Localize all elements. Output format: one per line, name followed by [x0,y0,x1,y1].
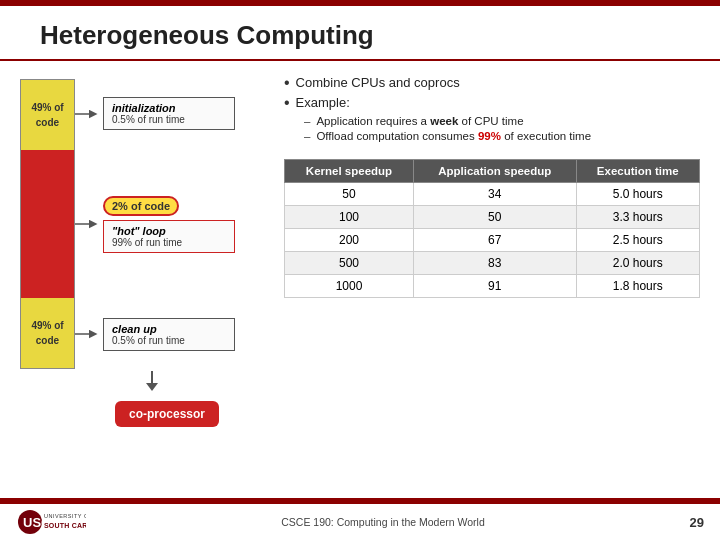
svg-text:SOUTH CAROLINA.: SOUTH CAROLINA. [44,522,86,529]
cell-4-2: 1.8 hours [576,275,699,298]
bottom-sub-label: clean up [112,323,226,335]
coproc-area: co-processor [85,371,219,427]
hot-label-box: "hot" loop 99% of run time [103,220,235,253]
speedup-table: Kernel speedup Application speedup Execu… [284,159,700,298]
week-highlight: week [430,115,458,127]
table-row: 200672.5 hours [285,229,700,252]
sub-bullet-1-text: Application requires a week of CPU time [316,115,523,127]
hot-section: 2% of code "hot" loop 99% of run time [103,196,235,253]
cell-3-1: 83 [414,252,577,275]
cell-3-2: 2.0 hours [576,252,699,275]
cell-1-0: 100 [285,206,414,229]
table-row: 1000911.8 hours [285,275,700,298]
table-row: 100503.3 hours [285,206,700,229]
sub-bullet-2-text: Offload computation consumes 99% of exec… [316,130,591,142]
sub-bullet-2: – Offload computation consumes 99% of ex… [304,130,700,142]
bottom-code-label1: 49% of [29,318,65,333]
hot-bar [21,150,74,298]
cell-0-1: 34 [414,183,577,206]
th-kernel: Kernel speedup [285,160,414,183]
cell-4-0: 1000 [285,275,414,298]
cell-0-0: 50 [285,183,414,206]
th-time: Execution time [576,160,699,183]
bullet-1: • Combine CPUs and coprocs [284,75,700,91]
bullet-2-text: Example: [296,95,350,110]
code-bar: 49% of code 49% of code [20,79,75,369]
svg-text:UNIVERSITY OF: UNIVERSITY OF [44,513,86,519]
down-arrow-svg [142,371,162,391]
top-code-label1: 49% of [29,100,65,115]
cell-1-1: 50 [414,206,577,229]
bullet-dot-1: • [284,75,290,91]
content-area: 49% of code 49% of code [0,61,720,501]
usc-logo-svg: USC UNIVERSITY OF SOUTH CAROLINA. [16,508,86,536]
top-sub-label: initialization [112,102,226,114]
footer-logo-area: USC UNIVERSITY OF SOUTH CAROLINA. [16,508,86,536]
hot-badge: 2% of code [103,196,179,216]
footer-page-number: 29 [680,515,704,530]
bullet-dot-2: • [284,95,290,111]
bullet-1-text: Combine CPUs and coprocs [296,75,460,90]
hot-sub-label: "hot" loop [112,225,226,237]
slide: Heterogeneous Computing 49% of code [0,0,720,540]
sub-bullets: – Application requires a week of CPU tim… [304,115,700,142]
bar-top: 49% of code [21,80,74,150]
hot-runtime-label: 99% of run time [112,237,226,248]
bottom-runtime-label: 0.5% of run time [112,335,226,346]
slide-title: Heterogeneous Computing [40,20,374,50]
footer: USC UNIVERSITY OF SOUTH CAROLINA. CSCE 1… [0,504,720,540]
sub-bullet-1: – Application requires a week of CPU tim… [304,115,700,127]
bullet-2: • Example: [284,95,700,111]
top-runtime-label: 0.5% of run time [112,114,226,125]
cell-2-2: 2.5 hours [576,229,699,252]
right-section: • Combine CPUs and coprocs • Example: – … [270,75,700,491]
bar-bottom: 49% of code [21,298,74,368]
th-app: Application speedup [414,160,577,183]
footer-course-text: CSCE 190: Computing in the Modern World [86,516,680,528]
cell-0-2: 5.0 hours [576,183,699,206]
99pct-highlight: 99% [478,130,501,142]
cell-2-1: 67 [414,229,577,252]
cell-3-0: 500 [285,252,414,275]
svg-marker-4 [146,383,158,391]
bottom-label-box: clean up 0.5% of run time [103,318,235,351]
co-processor-box: co-processor [115,401,219,427]
bullets-section: • Combine CPUs and coprocs • Example: – … [284,75,700,145]
hot-badge-row: 2% of code [103,196,235,216]
cell-4-1: 91 [414,275,577,298]
bottom-code-label2: code [29,333,65,348]
cell-2-0: 200 [285,229,414,252]
top-label-box: initialization 0.5% of run time [103,97,235,130]
title-area: Heterogeneous Computing [0,6,720,61]
table-row: 50345.0 hours [285,183,700,206]
connector-svg [75,79,95,369]
top-code-label2: code [29,115,65,130]
cell-1-2: 3.3 hours [576,206,699,229]
labels-column: initialization 0.5% of run time 2% of co… [95,79,235,369]
table-row: 500832.0 hours [285,252,700,275]
diagram-section: 49% of code 49% of code [20,75,260,491]
